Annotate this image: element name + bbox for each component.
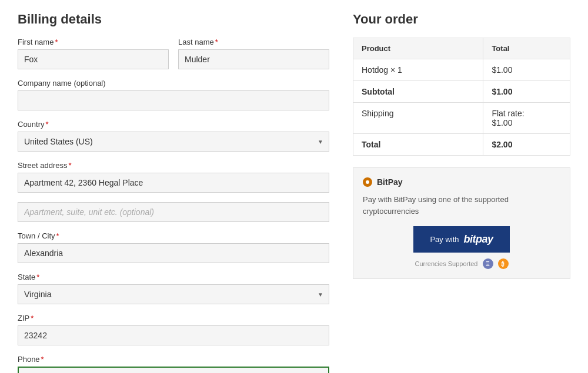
currencies-label: Currencies Supported	[415, 260, 477, 267]
table-row: Shipping	[353, 103, 483, 134]
state-select[interactable]: Virginia	[18, 284, 329, 304]
bitcoin-icon: ₿	[498, 258, 509, 269]
zip-input[interactable]	[18, 325, 329, 345]
street-label: Street address*	[18, 161, 329, 170]
table-row: Subtotal	[353, 81, 483, 103]
zip-label: ZIP*	[18, 314, 329, 322]
bitpay-header: BitPay	[363, 177, 560, 187]
company-label: Company name (optional)	[18, 79, 329, 88]
last-name-input[interactable]	[178, 49, 329, 69]
first-name-label: First name*	[18, 38, 169, 46]
phone-label: Phone*	[18, 355, 329, 364]
country-select[interactable]: United States (US)	[18, 132, 329, 152]
currencies-row: Currencies Supported Ξ ₿	[363, 258, 560, 269]
billing-heading: Billing details	[18, 12, 329, 27]
country-label: Country*	[18, 120, 329, 129]
country-group: Country* United States (US)	[18, 120, 329, 152]
company-group: Company name (optional)	[18, 79, 329, 110]
street2-input[interactable]	[18, 202, 329, 222]
bitpay-radio[interactable]	[363, 177, 372, 187]
bitpay-label: BitPay	[377, 177, 403, 187]
col-product: Product	[353, 38, 483, 59]
last-name-group: Last name*	[178, 38, 329, 69]
street-input[interactable]	[18, 173, 329, 193]
bitpay-section: BitPay Pay with BitPay using one of the …	[353, 167, 570, 279]
col-total: Total	[483, 38, 570, 59]
state-select-wrapper: Virginia	[18, 284, 329, 304]
order-heading: Your order	[353, 12, 570, 27]
order-table: Product Total Hotdog × 1$1.00Subtotal$1.…	[353, 38, 570, 156]
billing-section: Billing details First name* Last name* C…	[18, 12, 329, 373]
street2-group	[18, 202, 329, 222]
table-row: Total	[353, 134, 483, 156]
bitpay-logo-text: bitpay	[464, 233, 493, 246]
state-group: State* Virginia	[18, 273, 329, 304]
first-name-group: First name*	[18, 38, 169, 69]
first-name-input[interactable]	[18, 49, 169, 69]
last-name-label: Last name*	[178, 38, 329, 46]
bitpay-button-wrapper: Pay with bitpay	[363, 226, 560, 253]
street-group: Street address*	[18, 161, 329, 193]
city-group: Town / City*	[18, 231, 329, 263]
city-input[interactable]	[18, 243, 329, 263]
bitpay-pay-button[interactable]: Pay with bitpay	[413, 226, 509, 253]
bitpay-description: Pay with BitPay using one of the support…	[363, 194, 560, 217]
ethereum-icon: Ξ	[483, 258, 493, 269]
table-row: Hotdog × 1	[353, 59, 483, 81]
country-select-wrapper: United States (US)	[18, 132, 329, 152]
phone-group: Phone*	[18, 355, 329, 373]
order-section: Your order Product Total Hotdog × 1$1.00…	[353, 12, 570, 373]
zip-group: ZIP*	[18, 314, 329, 345]
phone-input[interactable]	[18, 367, 329, 373]
bitpay-pay-with-text: Pay with	[430, 235, 459, 244]
state-label: State*	[18, 273, 329, 281]
company-input[interactable]	[18, 90, 329, 110]
city-label: Town / City*	[18, 231, 329, 240]
